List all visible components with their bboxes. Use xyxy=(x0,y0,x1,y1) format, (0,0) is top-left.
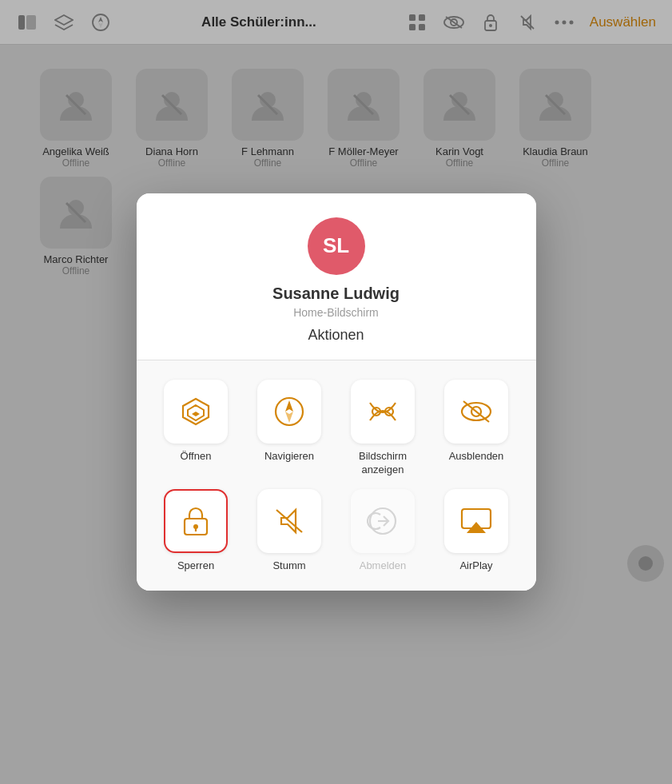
action-label-stumm: Stumm xyxy=(272,559,305,571)
modal-header: SL Susanne Ludwig Home-Bildschirm Aktion… xyxy=(137,193,536,360)
svg-marker-37 xyxy=(192,412,200,416)
action-icon-abmelden xyxy=(351,489,415,553)
modal-avatar: SL xyxy=(308,217,365,275)
action-icon-sperren xyxy=(164,489,228,553)
action-icon-navigieren xyxy=(257,380,321,444)
modal-subtitle: Home-Bildschirm xyxy=(293,306,379,319)
action-oeffnen[interactable]: Öffnen xyxy=(156,380,237,477)
action-label-sperren: Sperren xyxy=(177,559,214,571)
modal-dialog: SL Susanne Ludwig Home-Bildschirm Aktion… xyxy=(137,193,536,591)
modal-section-title: Aktionen xyxy=(308,327,364,344)
action-icon-airplay xyxy=(444,489,508,553)
action-label-oeffnen: Öffnen xyxy=(181,450,212,462)
action-label-abmelden: Abmelden xyxy=(360,559,407,571)
action-airplay[interactable]: AirPlay xyxy=(436,489,517,571)
svg-marker-39 xyxy=(285,400,293,412)
modal-name: Susanne Ludwig xyxy=(272,285,400,303)
action-stumm[interactable]: Stumm xyxy=(249,489,330,571)
action-icon-oeffnen xyxy=(164,380,228,444)
action-bildschirm[interactable]: Bildschirm anzeigen xyxy=(343,380,423,477)
action-abmelden: Abmelden xyxy=(343,489,423,571)
action-navigieren[interactable]: Navigieren xyxy=(249,380,330,477)
action-label-ausblenden: Ausblenden xyxy=(449,450,504,462)
action-label-navigieren: Navigieren xyxy=(264,450,314,462)
modal-actions: Öffnen Navigieren xyxy=(137,360,536,591)
svg-marker-40 xyxy=(285,412,293,423)
action-label-airplay: AirPlay xyxy=(459,559,492,571)
modal-overlay[interactable]: SL Susanne Ludwig Home-Bildschirm Aktion… xyxy=(0,0,672,784)
action-label-bildschirm: Bildschirm anzeigen xyxy=(355,450,411,477)
action-icon-bildschirm xyxy=(351,380,415,444)
avatar-initials: SL xyxy=(323,233,349,258)
action-sperren[interactable]: Sperren xyxy=(156,489,237,571)
action-ausblenden[interactable]: Ausblenden xyxy=(436,380,517,477)
action-icon-stumm xyxy=(257,489,321,553)
action-icon-ausblenden xyxy=(444,380,508,444)
svg-line-50 xyxy=(276,510,302,532)
